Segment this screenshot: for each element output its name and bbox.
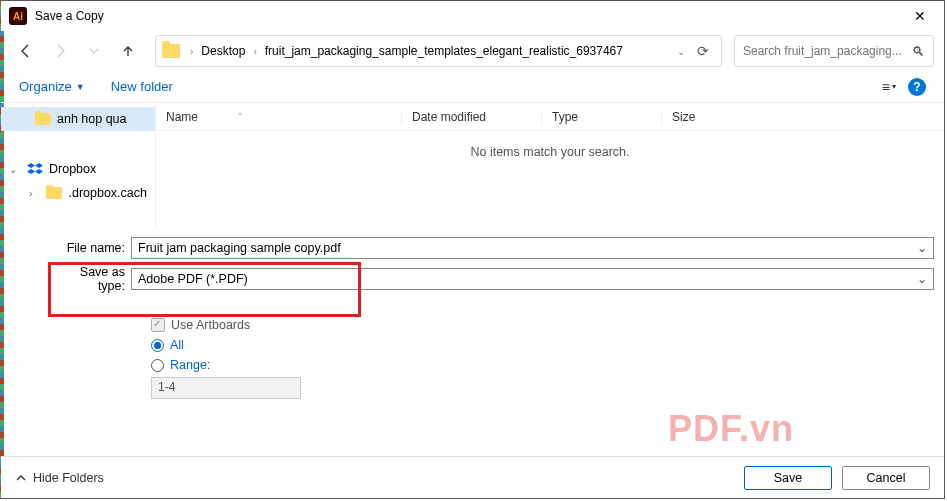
folder-icon <box>162 44 180 58</box>
titlebar: Ai Save a Copy ✕ <box>1 1 944 31</box>
column-name[interactable]: Name <box>166 110 198 124</box>
chevron-down-icon[interactable]: ⌄ <box>9 164 21 175</box>
filetype-label: Save as type: <box>51 265 131 293</box>
close-button[interactable]: ✕ <box>900 1 940 31</box>
watermark: PDF.vn <box>668 408 794 450</box>
refresh-button[interactable]: ⟳ <box>691 43 715 59</box>
organize-menu[interactable]: Organize▼ <box>19 79 85 94</box>
up-button[interactable] <box>113 36 143 66</box>
back-button[interactable] <box>11 36 41 66</box>
toolbar: Organize▼ New folder ≡▾ ? <box>1 71 944 103</box>
column-type[interactable]: Type <box>541 110 661 124</box>
all-label: All <box>170 338 184 352</box>
forward-button[interactable] <box>45 36 75 66</box>
search-box[interactable]: 🔍︎ <box>734 35 934 67</box>
file-list: Name˄ Date modified Type Size No items m… <box>156 103 944 229</box>
column-headers[interactable]: Name˄ Date modified Type Size <box>156 103 944 131</box>
use-artboards-label: Use Artboards <box>171 318 250 332</box>
hide-folders-toggle[interactable]: Hide Folders <box>15 471 104 485</box>
chevron-down-icon[interactable]: ⌄ <box>677 46 685 57</box>
chevron-up-icon <box>15 472 27 484</box>
help-button[interactable]: ? <box>908 78 926 96</box>
search-icon[interactable]: 🔍︎ <box>912 44 925 59</box>
sort-indicator: ˄ <box>238 112 243 122</box>
sidebar-item-dropbox-cache[interactable]: › .dropbox.cach <box>1 181 155 205</box>
save-button[interactable]: Save <box>744 466 832 490</box>
range-input[interactable]: 1-4 <box>151 377 301 399</box>
chevron-right-icon[interactable]: › <box>29 188 40 199</box>
breadcrumb-folder[interactable]: fruit_jam_packaging_sample_templates_ele… <box>263 42 625 60</box>
folder-icon <box>46 187 62 199</box>
new-folder-button[interactable]: New folder <box>111 79 173 94</box>
view-options[interactable]: ≡▾ <box>882 79 896 95</box>
recent-dropdown[interactable] <box>79 36 109 66</box>
range-radio[interactable] <box>151 359 164 372</box>
dropbox-icon <box>27 162 43 176</box>
app-icon: Ai <box>9 7 27 25</box>
chevron-right-icon: › <box>188 46 195 57</box>
address-bar[interactable]: › Desktop › fruit_jam_packaging_sample_t… <box>155 35 722 67</box>
filetype-select[interactable]: Adobe PDF (*.PDF) <box>131 268 934 290</box>
all-radio[interactable] <box>151 339 164 352</box>
window-title: Save a Copy <box>35 9 104 23</box>
range-label: Range: <box>170 358 210 372</box>
sidebar-item-anh-hop-qua[interactable]: anh hop qua <box>1 107 155 131</box>
artboard-options: Use Artboards All Range: 1-4 <box>1 305 944 399</box>
sidebar-item-label: Dropbox <box>49 162 96 176</box>
sidebar-item-dropbox[interactable]: ⌄ Dropbox <box>1 157 155 181</box>
sidebar-item-label: anh hop qua <box>57 112 127 126</box>
column-size[interactable]: Size <box>661 110 944 124</box>
filename-input[interactable]: Fruit jam packaging sample copy.pdf <box>131 237 934 259</box>
sidebar-item-label: .dropbox.cach <box>68 186 147 200</box>
column-date[interactable]: Date modified <box>401 110 541 124</box>
chevron-right-icon: › <box>251 46 258 57</box>
cancel-button[interactable]: Cancel <box>842 466 930 490</box>
folder-icon <box>35 113 51 125</box>
filename-label: File name: <box>51 241 131 255</box>
footer: Hide Folders Save Cancel <box>1 456 944 498</box>
use-artboards-checkbox[interactable] <box>151 318 165 332</box>
search-input[interactable] <box>743 44 912 58</box>
navbar: › Desktop › fruit_jam_packaging_sample_t… <box>1 31 944 71</box>
empty-message: No items match your search. <box>156 131 944 173</box>
breadcrumb-desktop[interactable]: Desktop <box>199 42 247 60</box>
save-form: File name: Fruit jam packaging sample co… <box>1 229 944 305</box>
sidebar: anh hop qua ⌄ Dropbox › .dropbox.cach <box>1 103 156 229</box>
